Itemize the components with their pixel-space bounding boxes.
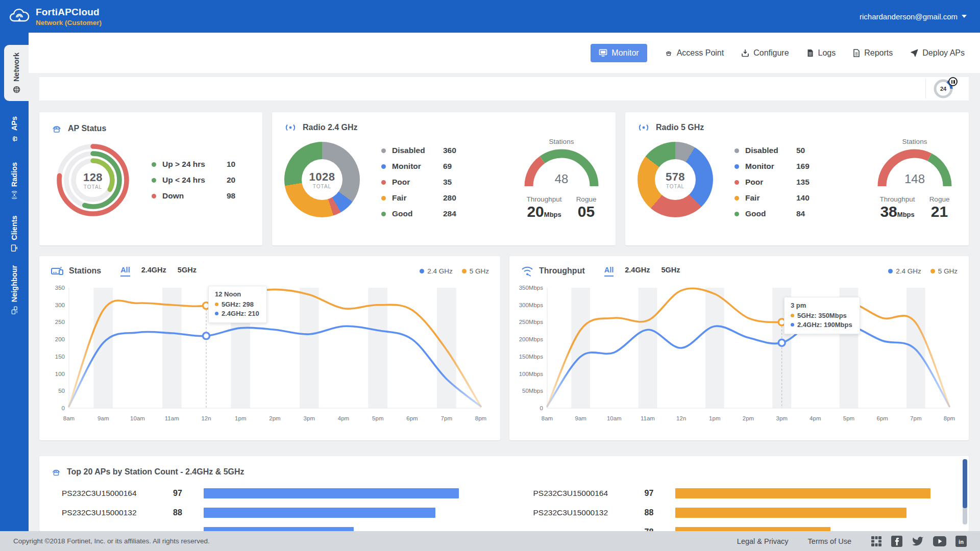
legend-dot [734, 180, 739, 185]
radio-5ghz-stations-label: Stations [902, 138, 927, 145]
nav-item-label: Reports [864, 48, 893, 58]
sidebar-item-aps[interactable]: APs [0, 109, 29, 150]
tooltip-text: 2.4GHz: 210 [222, 310, 259, 317]
linkedin-icon[interactable]: in [955, 536, 967, 547]
legend-dot [152, 178, 156, 183]
bar-track [204, 488, 467, 498]
legend-value: 20 [227, 176, 235, 185]
sidebar-item-radios[interactable]: Radios [0, 159, 29, 202]
svg-text:3pm: 3pm [776, 415, 788, 421]
legend-label: Good [745, 209, 792, 218]
legend-label: 5 GHz [470, 267, 489, 275]
legend-row: Fair280 [381, 193, 456, 203]
legend-dot [734, 196, 739, 201]
table-row: PS232C3U1500016497 [62, 484, 467, 503]
scrollbar-thumb[interactable] [963, 459, 967, 508]
nav-item-monitor[interactable]: Monitor [591, 44, 647, 62]
legend-value: 35 [443, 178, 452, 187]
legal-privacy-link[interactable]: Legal & Privacy [737, 537, 789, 545]
svg-text:4pm: 4pm [338, 415, 349, 421]
svg-text:250Mbps: 250Mbps [519, 319, 544, 325]
twitter-icon[interactable] [912, 536, 924, 546]
legend-row: Disabled360 [381, 146, 456, 155]
svg-text:9am: 9am [97, 415, 109, 421]
brand: FortiAPCloud Network (Customer) [9, 7, 102, 27]
legend-label: 5 GHz [938, 267, 958, 275]
bar-fill [675, 508, 907, 518]
radio-5ghz-rogue: Rogue 21 [929, 195, 950, 221]
tab-2.4ghz[interactable]: 2.4GHz [141, 266, 166, 277]
fortinet-grid-icon[interactable] [871, 536, 882, 547]
nav-item-label: Deploy APs [922, 48, 965, 58]
legend-label: 2.4 GHz [427, 267, 453, 275]
legend-value: 284 [443, 209, 456, 218]
nav-item-reports[interactable]: Reports [853, 48, 893, 58]
nav-item-access-point[interactable]: Access Point [665, 48, 724, 58]
app-subtitle: Network (Customer) [36, 19, 102, 27]
legend-label: Up > 24 hrs [162, 160, 223, 169]
bar-track [675, 527, 939, 531]
tab-5ghz[interactable]: 5GHz [178, 266, 197, 277]
legend-dot [930, 269, 935, 273]
svg-text:8am: 8am [63, 415, 75, 421]
tab-5ghz[interactable]: 5GHz [661, 266, 680, 277]
svg-text:12n: 12n [676, 415, 686, 421]
legend-value: 98 [227, 191, 235, 201]
table-row: PS232C3U1500013288 [62, 503, 467, 522]
ap-status-card: AP Status 128 TOTAL Up > 24 hrs10Up < 24… [39, 112, 262, 245]
station-count: 78 [645, 528, 675, 531]
pause-icon[interactable] [948, 77, 958, 86]
throughput-value: 20Mbps [527, 203, 562, 221]
deploy-icon [910, 49, 918, 57]
legend-dot [734, 164, 739, 169]
legend-dot [381, 180, 386, 185]
sidebar-item-label: Clients [10, 215, 18, 240]
nav-item-configure[interactable]: Configure [741, 48, 789, 58]
reports-icon [853, 49, 860, 57]
access-point-icon [51, 466, 62, 478]
tooltip-dot [215, 303, 218, 306]
facebook-icon[interactable] [891, 536, 902, 547]
legend-dot [734, 212, 739, 216]
radio-5ghz-stations-gauge: 148 [876, 146, 953, 187]
svg-text:9am: 9am [575, 415, 586, 421]
nav-item-deploy-aps[interactable]: Deploy APs [910, 48, 965, 58]
legend-label: Fair [392, 193, 439, 203]
sidebar-item-clients[interactable]: Clients [0, 211, 29, 256]
legend-row: Poor35 [381, 178, 456, 187]
cloud-logo-icon [9, 8, 30, 25]
stations-chart-title: Stations [69, 266, 101, 276]
sidebar-item-neighbour[interactable]: Neighbour [0, 261, 29, 318]
legend-row: Good84 [734, 209, 810, 218]
tab-all[interactable]: All [604, 266, 614, 277]
radio-24ghz-stations-value: 48 [523, 172, 600, 186]
tooltip-row: 2.4GHz: 190Mbps [791, 321, 852, 329]
svg-text:10am: 10am [130, 415, 145, 421]
tooltip-dot [791, 314, 794, 317]
youtube-icon[interactable] [933, 536, 946, 546]
radio-24ghz-throughput: Throughput 20Mbps [527, 195, 562, 221]
sidebar-item-network[interactable]: Network [4, 45, 29, 101]
monitor-icon [599, 49, 607, 57]
legend-value: 135 [796, 178, 810, 187]
legend-value: 10 [227, 160, 235, 169]
radio-24ghz-legend: Disabled360Monitor69Poor35Fair280Good284 [381, 146, 456, 218]
legend-row: Disabled50 [734, 146, 810, 155]
tooltip-title: 12 Noon [215, 290, 259, 298]
nav-item-logs[interactable]: Logs [806, 48, 836, 58]
refresh-interval-control[interactable]: 24 [933, 79, 957, 100]
stations-device-icon [51, 265, 64, 277]
svg-text:300Mbps: 300Mbps [519, 302, 544, 308]
throughput-unit: Mbps [897, 211, 915, 218]
terms-of-use-link[interactable]: Terms of Use [808, 537, 851, 545]
svg-text:300: 300 [55, 302, 65, 308]
tab-2.4ghz[interactable]: 2.4GHz [625, 266, 650, 277]
tooltip-row: 2.4GHz: 210 [215, 310, 259, 317]
throughput-legend: 2.4 GHz5 GHz [888, 267, 958, 275]
svg-text:2pm: 2pm [269, 415, 280, 421]
legend-row: Good284 [381, 209, 456, 218]
user-menu[interactable]: richardanderson@gmail.com [860, 12, 967, 21]
scrollbar[interactable] [963, 459, 967, 524]
rogue-label: Rogue [929, 195, 950, 203]
tab-all[interactable]: All [120, 266, 130, 277]
